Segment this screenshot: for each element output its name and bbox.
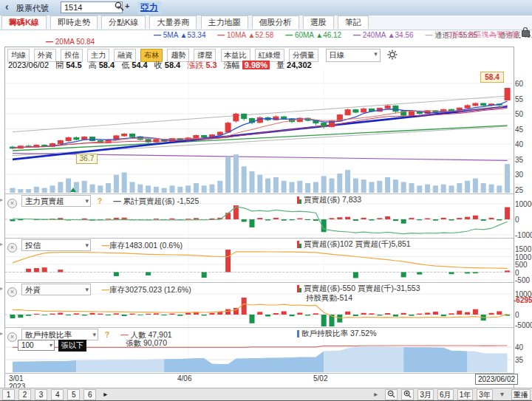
axis-label: -5000	[515, 321, 532, 329]
panel-collapse-icon[interactable]: ▸	[0, 196, 3, 203]
panel1-header: × 主力買賣超▾ ? — 累計買賣超(張) -1,525 買賣超(張) 7,83…	[7, 195, 199, 207]
panel-collapse-icon[interactable]: ▸	[0, 241, 3, 247]
legend-60ma: — 60MA ▲46.12	[285, 31, 341, 39]
search-icon	[115, 1, 124, 11]
main-tab-bar: 籌碼K線 即時走勢 分點K線 大量券商 主力地圖 個股分析 選股 筆記	[0, 16, 532, 30]
legend-10ma: — 10MA ▲52.58	[217, 31, 273, 39]
panel2-indicator-select[interactable]: 投信▾	[21, 239, 91, 251]
open-value: 54.5	[66, 61, 81, 69]
close-icon[interactable]: ×	[7, 199, 17, 208]
gear-icon[interactable]	[387, 49, 398, 61]
panel3-indicator-select[interactable]: 外資▾	[21, 284, 91, 295]
range-3y-button[interactable]: 3年	[477, 389, 493, 400]
page-2-button[interactable]: 2	[18, 389, 31, 400]
axis-label: 40	[515, 140, 532, 148]
axis-label: 55	[515, 95, 532, 103]
tab-notes[interactable]: 筆記	[338, 16, 369, 29]
panel-divider	[4, 373, 514, 374]
close-icon[interactable]: ×	[7, 287, 17, 297]
panel4-shares-legend: 張數 90,070	[126, 338, 167, 349]
panel-collapse-icon[interactable]: ▸	[0, 330, 3, 337]
tab-stock-picking[interactable]: 選股	[303, 16, 334, 29]
stock-code-input[interactable]: 1514 ▾	[61, 1, 123, 13]
axis-label: 0	[515, 269, 532, 277]
zoom-out-icon	[387, 390, 395, 398]
threshold-select[interactable]: 100▾	[18, 340, 55, 351]
lock-icon[interactable]	[522, 30, 530, 37]
trendline-value-tag: 36.7	[76, 154, 98, 164]
volume-value: 24,302	[287, 61, 312, 69]
zoom-in-icon	[403, 390, 412, 398]
back-icon[interactable]: ‹	[5, 1, 9, 13]
zoom-period-controls: ▸ 3月 6月 1年 3年 ▾ 重播	[369, 388, 531, 400]
help-icon[interactable]: ?	[98, 196, 102, 205]
more-pages-icon[interactable]: ▸	[100, 389, 111, 399]
panel-divider	[4, 193, 514, 194]
axis-label: 1000	[515, 253, 532, 261]
axis-label: 30	[515, 171, 532, 179]
panel3-bar-legend: 買賣超(張)-550 買賣超(千)-31,553	[297, 284, 420, 294]
scroll-right-icon[interactable]: ▸	[370, 389, 381, 399]
axis-label: 0	[515, 216, 532, 224]
tab-broker-map[interactable]: 主力地圖	[201, 16, 248, 29]
axis-label: 45	[515, 126, 532, 134]
main-candlestick-chart[interactable]	[5, 69, 512, 193]
panel3-header: × 外資▾ —庫存30275.023 (12.6%) 買賣超(張)-550 買賣…	[7, 284, 191, 295]
tab-intraday-kline[interactable]: 分點K線	[101, 16, 146, 29]
foreign-current-value-tag: -6295.2	[514, 296, 532, 304]
page-6-button[interactable]: 6	[83, 389, 96, 400]
close-icon[interactable]: ×	[7, 332, 17, 342]
stock-code-label: 股票代號	[16, 3, 49, 14]
zoom-in-button[interactable]	[401, 389, 414, 400]
period-select[interactable]: 日線▾	[326, 49, 381, 62]
axis-label: -10000	[515, 231, 532, 239]
bottom-toolbar: 1 2 3 4 5 6 ▸ ▸	[0, 388, 532, 401]
close-value: 58.4	[165, 61, 180, 69]
zoom-out-button[interactable]	[385, 389, 398, 400]
close-icon[interactable]: ×	[7, 243, 17, 253]
stock-code-value: 1514	[64, 3, 82, 12]
legend-20ma: — 20MA 50.84	[46, 38, 95, 46]
page-3-button[interactable]: 3	[35, 389, 47, 400]
chip-kline-app: ‹ 股票代號 1514 ▾ + 亞力 籌碼K線 即時走勢 分點K線 大量券商 主…	[0, 0, 532, 401]
tab-big-brokers[interactable]: 大量券商	[149, 16, 197, 29]
panel1-bar-legend: 買賣超(張) 7,833	[297, 195, 361, 205]
threshold-label: 張以下	[58, 340, 86, 352]
range-dropdown-icon[interactable]: ▾	[497, 389, 508, 399]
panel4-header: × 散戶持股比率▾ ? — 人數 47,901 張數 90,070 散戶持股比率…	[7, 329, 172, 340]
signal-marker-icon	[70, 188, 76, 192]
panel3-holding-change-legend: 持股異動-514	[306, 293, 352, 304]
stock-name-link[interactable]: 亞力	[137, 1, 161, 14]
help-icon[interactable]: ?	[105, 330, 109, 339]
panel4-indicator-select[interactable]: 散戶持股比率▾	[21, 329, 98, 340]
panel4-threshold-filter: 100▾ 張以下	[18, 340, 86, 352]
axis-label: 50	[515, 110, 532, 118]
replay-button[interactable]: 重播	[511, 389, 531, 400]
page-4-button[interactable]: 4	[51, 389, 64, 400]
tab-realtime[interactable]: 即時走勢	[50, 16, 98, 29]
panel2-line-legend: —庫存1483.001 (0.6%)	[102, 241, 183, 250]
search-button[interactable]: +	[115, 1, 132, 13]
page-buttons: 1 2 3 4 5 6 ▸	[1, 388, 111, 400]
panel4-ratio-legend: 散戶持股比率 37.52%	[297, 329, 377, 339]
x-last-date-box: 2023/06/02	[475, 374, 518, 385]
page-5-button[interactable]: 5	[67, 389, 80, 400]
tab-chip-kline[interactable]: 籌碼K線	[1, 16, 47, 29]
axis-label: -500	[515, 276, 532, 284]
range-3m-button[interactable]: 3月	[417, 389, 434, 400]
panel-collapse-icon[interactable]: ▸	[0, 285, 3, 292]
low-value: 54.4	[132, 61, 147, 69]
range-1y-button[interactable]: 1年	[457, 389, 474, 400]
panel2-bar-legend: 買賣超(張)102 買賣超(千)5,851	[297, 239, 411, 250]
chevron-down-icon: ▾	[374, 50, 378, 58]
range-6m-button[interactable]: 6月	[437, 389, 454, 400]
axis-label: 500	[515, 261, 532, 269]
page-1-button[interactable]: 1	[2, 389, 15, 400]
axis-label: 40	[515, 343, 532, 352]
tab-stock-analysis[interactable]: 個股分析	[252, 16, 299, 29]
panel1-indicator-select[interactable]: 主力買賣超▾	[21, 195, 91, 207]
panel3-line-legend: —庫存30275.023 (12.6%)	[102, 285, 191, 294]
legend-5ma: — 5MA ▲53.34	[154, 31, 206, 39]
top-header-bar: ‹ 股票代號 1514 ▾ + 亞力	[0, 0, 532, 16]
panel2-header: × 投信▾ —庫存1483.001 (0.6%) 買賣超(張)102 買賣超(千…	[7, 239, 183, 251]
